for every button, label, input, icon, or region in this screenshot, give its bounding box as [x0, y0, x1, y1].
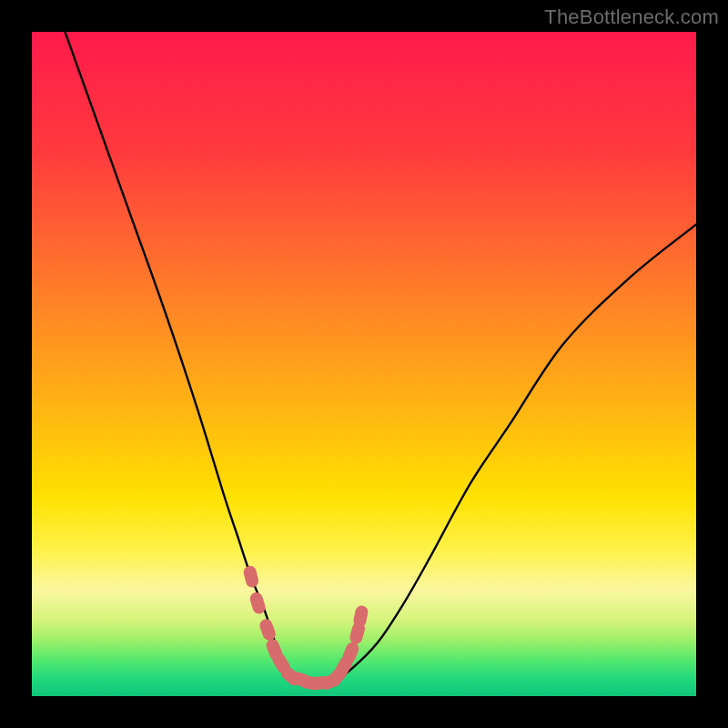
curve-layer	[32, 32, 696, 696]
bottleneck-curve	[66, 32, 697, 683]
valley-marker	[242, 564, 259, 589]
chart-frame: TheBottleneck.com	[0, 0, 728, 728]
valley-markers	[242, 564, 369, 692]
valley-marker	[352, 604, 369, 628]
watermark-text: TheBottleneck.com	[544, 5, 719, 29]
plot-area	[32, 32, 696, 696]
